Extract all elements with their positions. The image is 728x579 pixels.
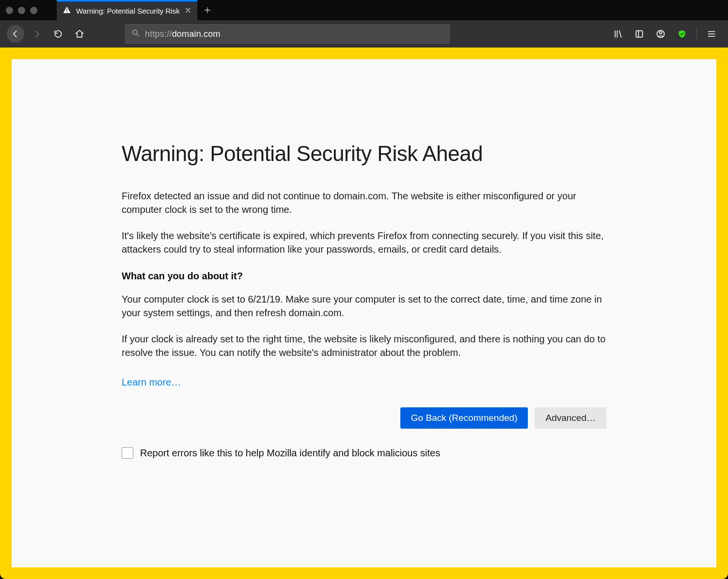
- report-label: Report errors like this to help Mozilla …: [140, 448, 440, 459]
- search-icon: [131, 29, 140, 39]
- url-text: https://domain.com: [145, 29, 221, 39]
- sidebar-button[interactable]: [630, 25, 649, 43]
- error-paragraph-4: If your clock is already set to the righ…: [122, 332, 606, 359]
- warning-icon: [63, 6, 71, 16]
- protection-shield-icon[interactable]: [672, 25, 692, 43]
- back-button[interactable]: [7, 25, 24, 43]
- report-checkbox[interactable]: [122, 447, 133, 459]
- go-back-button[interactable]: Go Back (Recommended): [400, 407, 528, 429]
- url-scheme: https://: [145, 29, 172, 39]
- account-button[interactable]: [651, 25, 670, 43]
- app-menu-button[interactable]: [702, 25, 721, 43]
- svg-rect-1: [66, 12, 67, 13]
- report-row: Report errors like this to help Mozilla …: [122, 447, 606, 459]
- button-row: Go Back (Recommended) Advanced…: [122, 407, 606, 429]
- content-viewport: Warning: Potential Security Risk Ahead F…: [0, 48, 728, 579]
- advanced-button[interactable]: Advanced…: [535, 407, 606, 429]
- new-tab-button[interactable]: [197, 0, 218, 20]
- error-page: Warning: Potential Security Risk Ahead F…: [12, 59, 716, 567]
- error-paragraph-3: Your computer clock is set to 6/21/19. M…: [122, 292, 606, 320]
- forward-button[interactable]: [28, 25, 46, 43]
- browser-tab[interactable]: Warning: Potential Security Risk: [57, 0, 197, 20]
- zoom-window-button[interactable]: [30, 7, 37, 14]
- tab-strip: Warning: Potential Security Risk: [0, 0, 728, 20]
- minimize-window-button[interactable]: [18, 7, 25, 14]
- tab-title: Warning: Potential Security Risk: [76, 7, 180, 15]
- svg-rect-3: [636, 31, 642, 37]
- error-paragraph-1: Firefox detected an issue and did not co…: [122, 189, 606, 216]
- url-bar[interactable]: https://domain.com: [125, 24, 450, 44]
- reload-button[interactable]: [49, 25, 67, 43]
- close-tab-icon[interactable]: [185, 7, 191, 16]
- svg-rect-0: [66, 9, 67, 11]
- close-window-button[interactable]: [6, 7, 13, 14]
- svg-point-5: [660, 32, 662, 34]
- error-paragraph-2: It's likely the website's certificate is…: [122, 229, 606, 256]
- svg-point-2: [133, 30, 137, 34]
- toolbar-right: [608, 25, 721, 43]
- url-domain: domain.com: [172, 29, 221, 39]
- home-button[interactable]: [71, 25, 88, 43]
- separator: [696, 27, 697, 41]
- page-title: Warning: Potential Security Risk Ahead: [122, 142, 606, 166]
- navigation-toolbar: https://domain.com: [0, 20, 728, 48]
- learn-more-link[interactable]: Learn more…: [122, 377, 181, 388]
- error-subheading: What can you do about it?: [122, 271, 606, 282]
- library-button[interactable]: [608, 25, 628, 43]
- error-content: Warning: Potential Security Risk Ahead F…: [122, 142, 606, 459]
- window-controls: [6, 0, 57, 20]
